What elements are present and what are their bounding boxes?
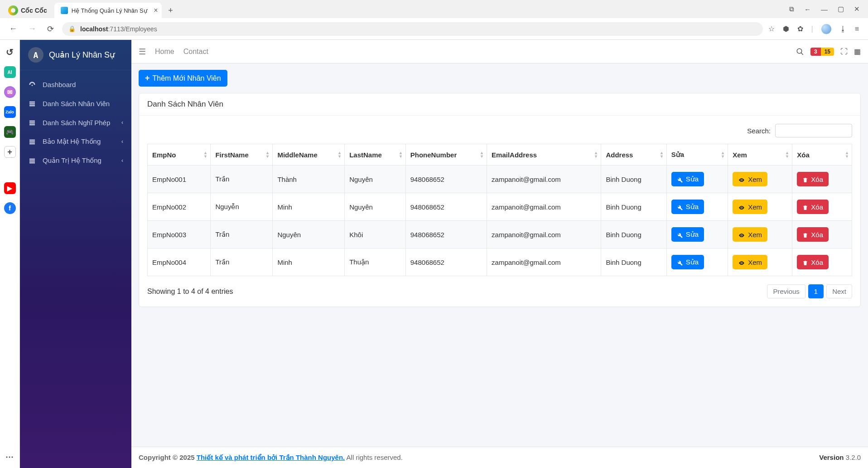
game-icon[interactable]: 🎮: [4, 126, 16, 138]
edit-button[interactable]: Sửa: [671, 172, 704, 186]
coccoc-icon: [8, 5, 18, 15]
svg-rect-2: [29, 103, 35, 104]
hamburger-icon[interactable]: ☰: [139, 47, 146, 57]
minimize-icon[interactable]: —: [821, 5, 828, 13]
page-prev[interactable]: Previous: [767, 284, 805, 298]
ai-icon[interactable]: AI: [4, 66, 16, 78]
svg-rect-6: [29, 124, 35, 125]
cell-email: zampanoit@gmail.com: [487, 166, 601, 193]
sort-icon: ▴▾: [338, 151, 341, 158]
cell-middle: Thành: [273, 166, 345, 193]
download-icon[interactable]: ⭳: [839, 25, 847, 33]
extension-icon[interactable]: ✿: [797, 24, 803, 33]
eye-icon: [738, 203, 745, 210]
nav-forward-button[interactable]: →: [25, 24, 39, 34]
badge-count-red: 3: [810, 48, 821, 56]
facebook-icon[interactable]: f: [4, 202, 16, 214]
sidebar-item-admin[interactable]: Quản Trị Hệ Thống‹: [20, 151, 131, 170]
cell-last: Thuận: [345, 249, 406, 276]
sidebar-item-label: Dashboard: [43, 81, 76, 88]
address-bar[interactable]: 🔒 localhost:7113/Employees: [62, 22, 763, 36]
cell-first: Nguyễn: [211, 193, 273, 221]
notification-badges[interactable]: 3 15: [810, 48, 834, 56]
view-button[interactable]: Xem: [733, 255, 767, 269]
col-phonenumber[interactable]: PhoneNumber▴▾: [405, 144, 487, 166]
svg-rect-8: [29, 141, 35, 142]
col-firstname[interactable]: FirstName▴▾: [211, 144, 273, 166]
col-empno[interactable]: EmpNo▴▾: [148, 144, 211, 166]
col-middlename[interactable]: MiddleName▴▾: [273, 144, 345, 166]
eye-icon: [738, 230, 745, 238]
page-1[interactable]: 1: [808, 284, 824, 298]
pagination: Previous 1 Next: [767, 284, 852, 298]
col-xóa[interactable]: Xóa▴▾: [792, 144, 852, 166]
history-icon[interactable]: ↺: [4, 46, 16, 58]
add-employee-button[interactable]: + Thêm Mới Nhân Viên: [139, 70, 227, 87]
cell-email: zampanoit@gmail.com: [487, 193, 601, 221]
edit-button[interactable]: Sửa: [671, 227, 704, 242]
sidebar-item-employees[interactable]: Danh Sách Nhân Viên: [20, 94, 131, 113]
menu-icon[interactable]: ≡: [855, 25, 859, 33]
sidepanel-icon[interactable]: ⧉: [789, 5, 794, 13]
nav-home[interactable]: Home: [155, 48, 174, 56]
col-lastname[interactable]: LastName▴▾: [345, 144, 406, 166]
new-tab-button[interactable]: +: [164, 4, 177, 17]
sort-icon: ▴▾: [266, 151, 269, 158]
grid-icon[interactable]: ▦: [854, 47, 861, 56]
svg-rect-4: [29, 120, 35, 122]
delete-button[interactable]: Xóa: [797, 255, 829, 269]
chevron-left-icon: ‹: [121, 119, 123, 126]
view-button[interactable]: Xem: [733, 200, 767, 214]
shield-icon[interactable]: ⬢: [783, 24, 789, 33]
search-input[interactable]: [775, 124, 852, 137]
brand-icon: A: [28, 47, 43, 63]
youtube-icon[interactable]: ▶: [4, 182, 16, 194]
eye-icon: [738, 175, 745, 183]
profile-avatar[interactable]: [821, 24, 831, 34]
extension-sidebar: ↺ AI ✉ Zalo 🎮 + ▶ f ⋯: [0, 40, 20, 468]
browser-tab[interactable]: Hệ Thống Quản Lý Nhân Sự ×: [54, 3, 162, 18]
col-sửa[interactable]: Sửa▴▾: [666, 144, 728, 166]
fullscreen-icon[interactable]: ⛶: [840, 48, 848, 56]
sidebar-item-leaves[interactable]: Danh Sách Nghĩ Phép‹: [20, 113, 131, 132]
delete-button[interactable]: Xóa: [797, 227, 829, 241]
nav-back-button[interactable]: ←: [6, 24, 20, 34]
wrench-icon: [677, 258, 683, 266]
search-label: Search:: [747, 127, 771, 135]
view-button[interactable]: Xem: [733, 172, 767, 186]
cell-empno: EmpNo003: [148, 221, 211, 249]
topbar: ☰ Home Contact 3 15 ⛶ ▦: [131, 40, 868, 63]
search-icon[interactable]: [796, 47, 804, 56]
messenger-icon[interactable]: ✉: [4, 86, 16, 98]
cell-empno: EmpNo004: [148, 249, 211, 276]
maximize-icon[interactable]: ▢: [838, 5, 844, 13]
add-ext-icon[interactable]: +: [4, 146, 16, 158]
edit-button[interactable]: Sửa: [671, 200, 704, 214]
cell-phone: 948068652: [405, 166, 487, 193]
close-tab-icon[interactable]: ×: [154, 6, 158, 15]
delete-button[interactable]: Xóa: [797, 172, 829, 186]
zalo-icon[interactable]: Zalo: [4, 106, 16, 118]
close-window-icon[interactable]: ✕: [854, 5, 860, 13]
footer-link[interactable]: Thiết kế và phát triển bởi Trần Thành Ng…: [197, 453, 345, 461]
star-icon[interactable]: ☆: [768, 24, 775, 33]
nav-contact[interactable]: Contact: [183, 48, 208, 56]
more-ext-icon[interactable]: ⋯: [4, 451, 16, 463]
delete-button[interactable]: Xóa: [797, 200, 829, 214]
cell-middle: Minh: [273, 249, 345, 276]
cell-last: Khôi: [345, 221, 406, 249]
app-brand[interactable]: A Quản Lý Nhân Sự: [20, 40, 131, 70]
col-xem[interactable]: Xem▴▾: [728, 144, 792, 166]
sidebar-item-dashboard[interactable]: Dashboard: [20, 75, 131, 94]
sidebar-item-security[interactable]: Bảo Mật Hệ Thống‹: [20, 132, 131, 151]
nav-reload-button[interactable]: ⟳: [44, 24, 57, 34]
edit-button[interactable]: Sửa: [671, 255, 704, 269]
col-emailaddress[interactable]: EmailAddress▴▾: [487, 144, 601, 166]
page-next[interactable]: Next: [826, 284, 852, 298]
col-address[interactable]: Address▴▾: [601, 144, 666, 166]
add-employee-label: Thêm Mới Nhân Viên: [153, 74, 221, 83]
back-icon[interactable]: ←: [804, 5, 811, 13]
view-button[interactable]: Xem: [733, 227, 767, 241]
trash-icon: [802, 203, 808, 210]
chevron-left-icon: ‹: [121, 157, 123, 164]
